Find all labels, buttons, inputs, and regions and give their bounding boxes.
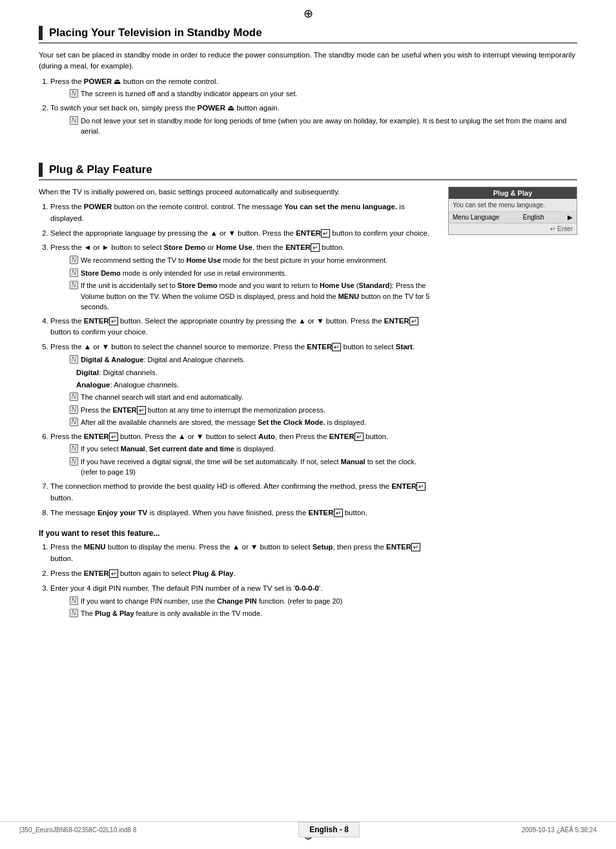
- pp-note-6a-text: If you select Manual, Set current date a…: [81, 444, 275, 455]
- standby-steps: Press the POWER ⏏ button on the remote c…: [50, 76, 577, 137]
- standby-s1-power-icon: ⏏: [114, 77, 121, 85]
- footer: [350_EeuroJBN68-02358C-02L10.ind8 8 Engl…: [0, 821, 616, 837]
- reset-step-1: Press the MENU button to display the men…: [50, 542, 435, 565]
- pp-box-enter: ↵ Enter: [449, 223, 577, 234]
- pp-note-5a-text: Digital & Analogue: Digital and Analogue…: [81, 354, 245, 365]
- page: ⊕ Placing Your Television in Standby Mod…: [0, 0, 616, 849]
- pp-box-row: Menu Language English ▶: [449, 212, 577, 223]
- pp-step-3: Press the ◄ or ► button to select Store …: [50, 242, 435, 312]
- reset-note-3a: N If you want to change PIN number, use …: [70, 596, 435, 607]
- standby-note-2: N Do not leave your set in standby mode …: [70, 116, 577, 137]
- pp-box-title: Plug & Play: [449, 187, 577, 199]
- pp-sub-digital: Digital: Digital channels.: [76, 367, 435, 378]
- note-icon-5a: N: [70, 355, 78, 363]
- standby-note-1-text: The screen is turned off and a standby i…: [81, 88, 298, 99]
- pp-note-5c: N Press the ENTER↵ button at any time to…: [70, 405, 435, 416]
- standby-s2-bold: POWER: [198, 104, 225, 112]
- pp-note-6a: N If you select Manual, Set current date…: [70, 444, 435, 455]
- footer-left-text: [350_EeuroJBN68-02358C-02L10.ind8 8: [19, 826, 136, 834]
- section-standby-intro: Your set can be placed in standby mode i…: [39, 50, 577, 72]
- pp-box-desc: You can set the menu language.: [449, 199, 577, 212]
- pp-step-5: Press the ▲ or ▼ button to select the ch…: [50, 342, 435, 427]
- standby-s2-power-icon: ⏏: [227, 104, 234, 112]
- section-plugplay: Plug & Play Feature When the TV is initi…: [39, 163, 577, 622]
- pp-note-3a-text: We recommend setting the TV to Home Use …: [81, 255, 387, 266]
- plugplay-content: When the TV is initially powered on, bas…: [39, 187, 577, 622]
- note-icon-3c: N: [70, 281, 78, 289]
- standby-note-1: N The screen is turned off and a standby…: [70, 88, 577, 99]
- pp-note-3c-text: If the unit is accidentally set to Store…: [81, 280, 435, 312]
- note-icon-r3b: N: [70, 609, 78, 617]
- pp-note-5d-text: After all the available channels are sto…: [81, 417, 366, 428]
- plugplay-steps: Press the POWER button on the remote con…: [50, 201, 435, 518]
- section-standby: Placing Your Television in Standby Mode …: [39, 26, 577, 137]
- pp-note-5c-text: Press the ENTER↵ button at any time to i…: [81, 405, 325, 416]
- note-icon-5d: N: [70, 418, 78, 426]
- heading-bar-2: [39, 163, 43, 177]
- note-icon-6b: N: [70, 457, 78, 465]
- plugplay-intro: When the TV is initially powered on, bas…: [39, 187, 435, 198]
- pp-step-6: Press the ENTER↵ button. Press the ▲ or …: [50, 431, 435, 478]
- reset-note-3a-text: If you want to change PIN number, use th…: [81, 596, 342, 607]
- reset-steps: Press the MENU button to display the men…: [50, 542, 435, 619]
- note-icon-3a: N: [70, 256, 78, 264]
- standby-s1-bold: POWER: [84, 77, 112, 85]
- reset-note-3b: N The Plug & Play feature is only availa…: [70, 608, 435, 619]
- pp-step-7: The connection method to provide the bes…: [50, 481, 435, 504]
- note-icon-6a: N: [70, 444, 78, 453]
- pp-note-3b: N Store Demo mode is only intended for u…: [70, 268, 435, 279]
- standby-note-2-text: Do not leave your set in standby mode fo…: [81, 116, 577, 137]
- section-standby-title: Placing Your Television in Standby Mode: [49, 26, 262, 39]
- reset-step-3: Enter your 4 digit PIN number. The defau…: [50, 583, 435, 619]
- section-plugplay-title: Plug & Play Feature: [49, 163, 152, 176]
- standby-step-2: To switch your set back on, simply press…: [50, 103, 577, 137]
- pp-box-value: English: [523, 214, 544, 221]
- heading-bar: [39, 26, 43, 40]
- note-icon: N: [70, 89, 78, 97]
- pp-box-arrow: ▶: [568, 214, 573, 221]
- pp-box-label: Menu Language: [453, 214, 499, 221]
- pp-step-4: Press the ENTER↵ button. Select the appr…: [50, 316, 435, 339]
- note-icon-2: N: [70, 116, 78, 125]
- pp-note-5b: N The channel search will start and end …: [70, 392, 435, 403]
- reset-note-3b-text: The Plug & Play feature is only availabl…: [81, 608, 262, 619]
- pp-note-5d: N After all the available channels are s…: [70, 417, 435, 428]
- plugplay-box: Plug & Play You can set the menu languag…: [448, 187, 577, 235]
- section-standby-heading: Placing Your Television in Standby Mode: [39, 26, 577, 43]
- pp-step-8: The message Enjoy your TV is displayed. …: [50, 507, 435, 519]
- note-icon-3b: N: [70, 269, 78, 277]
- crosshair-top-icon: ⊕: [303, 6, 313, 21]
- footer-right-text: 2009-10-13 ¿ÀÈÂ 5:38:24: [522, 826, 597, 834]
- pp-note-3c: N If the unit is accidentally set to Sto…: [70, 280, 435, 312]
- note-icon-5c: N: [70, 405, 78, 414]
- pp-note-6b: N If you have received a digital signal,…: [70, 456, 435, 478]
- section-plugplay-heading: Plug & Play Feature: [39, 163, 577, 180]
- note-icon-5b: N: [70, 393, 78, 401]
- pp-note-6b-text: If you have received a digital signal, t…: [81, 456, 435, 478]
- plugplay-left: When the TV is initially powered on, bas…: [39, 187, 435, 622]
- note-icon-r3a: N: [70, 597, 78, 605]
- plugplay-box-container: Plug & Play You can set the menu languag…: [448, 187, 577, 235]
- pp-note-5a: N Digital & Analogue: Digital and Analog…: [70, 354, 435, 365]
- pp-sub-analogue: Analogue: Analogue channels.: [76, 380, 435, 391]
- pp-step-1: Press the POWER button on the remote con…: [50, 201, 435, 225]
- footer-page-label: English - 8: [298, 822, 360, 837]
- pp-note-3a: N We recommend setting the TV to Home Us…: [70, 255, 435, 266]
- reset-section: If you want to reset this feature... Pre…: [39, 529, 435, 619]
- pp-note-5b-text: The channel search will start and end au…: [81, 392, 243, 403]
- pp-step-2: Select the appropriate language by press…: [50, 228, 435, 240]
- standby-step-1: Press the POWER ⏏ button on the remote c…: [50, 76, 577, 99]
- pp-note-3b-text: Store Demo mode is only intended for use…: [81, 268, 287, 279]
- reset-step-2: Press the ENTER↵ button again to select …: [50, 568, 435, 580]
- reset-heading: If you want to reset this feature...: [39, 529, 435, 538]
